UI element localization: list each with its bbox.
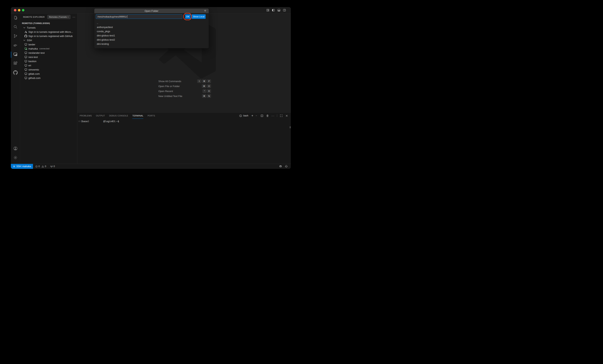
- vm-icon: [24, 43, 27, 46]
- run-debug-icon: [13, 43, 18, 48]
- settings-gear-icon: [13, 155, 18, 161]
- folder-path-input[interactable]: /nesi/nobackup/nesi99991/: [96, 14, 182, 19]
- vm-icon: [24, 51, 27, 54]
- tree-row[interactable]: gitlab.com: [20, 72, 77, 76]
- notifications-bell-icon[interactable]: [285, 165, 288, 168]
- eye-icon[interactable]: [204, 9, 207, 12]
- search-icon: [13, 24, 18, 30]
- azure-icon: [24, 30, 27, 33]
- close-panel-icon[interactable]: [285, 114, 288, 117]
- activity-bar-item[interactable]: [11, 144, 20, 153]
- panel: PROBLEMSOUTPUTDEBUG CONSOLETERMINALPORTS…: [77, 112, 291, 164]
- keybinding: ^R: [203, 89, 211, 93]
- keycap: ^: [203, 89, 206, 93]
- tree-row[interactable]: simvemto: [20, 68, 77, 72]
- tree-row[interactable]: mahuika connected: [20, 47, 77, 51]
- new-terminal-icon[interactable]: +: [251, 114, 254, 117]
- toggle-secondary-sidebar-icon[interactable]: [283, 9, 286, 12]
- sidebar-title: REMOTE EXPLORER: [23, 16, 45, 18]
- radio-tower-icon: [50, 165, 53, 168]
- tree-row[interactable]: Sign in to tunnels registered with GitHu…: [20, 34, 77, 38]
- folder-suggestion[interactable]: dini-globus-test2: [94, 37, 209, 42]
- activity-bar: [11, 13, 20, 164]
- conda-env: (base): [81, 120, 89, 123]
- tree-row[interactable]: Tunnels: [20, 25, 77, 30]
- terminal-dropdown-icon[interactable]: [255, 114, 258, 117]
- tree-row[interactable]: nesilander-test: [20, 51, 77, 55]
- activity-bar-item[interactable]: [11, 13, 20, 23]
- split-terminal-icon[interactable]: [260, 114, 263, 117]
- tree-row[interactable]: github.com: [20, 76, 77, 80]
- remotes-type-dropdown[interactable]: Remotes (Tunnels: [47, 15, 70, 19]
- activity-bar-item[interactable]: [11, 50, 20, 59]
- chevron-down-icon: [23, 39, 26, 42]
- problems-status[interactable]: 0 0: [35, 165, 46, 168]
- shortcut-row: Open File or Folder ⌘O: [158, 84, 211, 89]
- keybinding: ⌘N: [202, 94, 211, 98]
- copilot-icon[interactable]: [279, 165, 282, 168]
- panel-tab[interactable]: PORTS: [148, 113, 155, 119]
- dialog-titlebar: Open Folder: [94, 9, 209, 13]
- show-local-button[interactable]: Show Local: [192, 14, 206, 19]
- tree-row[interactable]: Sign in to tunnels registered with Micro…: [20, 30, 77, 34]
- panel-tab[interactable]: PROBLEMS: [80, 113, 92, 119]
- terminal-scrollbar[interactable]: [290, 126, 291, 128]
- activity-bar-item[interactable]: [11, 59, 20, 68]
- close-window-button[interactable]: [14, 9, 16, 12]
- minimize-window-button[interactable]: [18, 9, 20, 12]
- keycap: ⌘: [202, 84, 206, 88]
- folder-suggestion[interactable]: ..: [94, 21, 209, 25]
- extensions-icon: [13, 61, 18, 67]
- keybinding: ⌘O: [202, 84, 211, 88]
- tree-row[interactable]: lander: [20, 42, 77, 47]
- shortcut-row: New Untitled Text File ⌘N: [158, 94, 211, 99]
- folder-suggestion[interactable]: conda_pkgs: [94, 29, 209, 33]
- tree-row[interactable]: nesi-test: [20, 55, 77, 59]
- forwarded-ports-status[interactable]: 0: [50, 165, 55, 168]
- more-actions-icon[interactable]: ···: [72, 16, 75, 18]
- shortcut-row: Show All Commands ⇧⌘P: [158, 79, 211, 84]
- terminal-shell-icon: [239, 114, 242, 117]
- connection-status: connected: [39, 47, 49, 50]
- toggle-primary-sidebar-icon[interactable]: [272, 9, 275, 12]
- tree-row[interactable]: eri: [20, 63, 77, 68]
- activity-bar-item[interactable]: [11, 68, 20, 78]
- text-caret: [127, 15, 127, 18]
- panel-tab[interactable]: DEBUG CONSOLE: [109, 113, 128, 119]
- toggle-panel-icon[interactable]: [277, 9, 280, 12]
- remote-explorer-sidebar: REMOTE EXPLORER Remotes (Tunnels ··· REM…: [20, 13, 77, 164]
- dialog-body: /nesi/nobackup/nesi99991/ OK Show Local …: [94, 13, 209, 48]
- status-bar: SSH: mahuika 0 0 0: [11, 164, 291, 169]
- keybinding: ⇧⌘P: [197, 80, 211, 83]
- github-icon: [13, 70, 18, 76]
- remotes-tree: Tunnels Sign in to tunnels registered wi…: [20, 25, 77, 80]
- account-icon: [13, 146, 18, 152]
- activity-bar-item[interactable]: [11, 23, 20, 32]
- vm-icon: [24, 56, 27, 59]
- maximize-panel-icon[interactable]: [279, 114, 283, 117]
- keycap: ⌘: [202, 80, 206, 83]
- panel-tab[interactable]: OUTPUT: [96, 113, 105, 119]
- folder-suggestion[interactable]: dini-testing: [94, 42, 209, 46]
- vm-icon: [24, 68, 27, 71]
- remote-status-indicator[interactable]: SSH: mahuika: [11, 164, 33, 169]
- activity-bar-item[interactable]: [11, 41, 20, 50]
- activity-bar-item[interactable]: [11, 32, 20, 41]
- shortcut-row: Open Recent ^R: [158, 89, 211, 94]
- panel-tab[interactable]: TERMINAL: [132, 113, 143, 119]
- ok-button[interactable]: OK: [185, 14, 191, 19]
- source-control-icon: [13, 34, 18, 39]
- kill-terminal-icon[interactable]: [266, 114, 269, 117]
- terminal-viewport[interactable]: (base) @login03:~$: [77, 119, 291, 164]
- activity-bar-item[interactable]: [11, 153, 20, 163]
- customize-layout-icon[interactable]: [266, 9, 269, 12]
- vm-icon: [24, 60, 27, 63]
- vm-icon: [24, 64, 27, 67]
- zoom-window-button[interactable]: [22, 9, 24, 12]
- terminal-prompt-line: (base) @login03:~$: [77, 119, 291, 123]
- folder-suggestion[interactable]: dini-globus-test1: [94, 33, 209, 37]
- tree-row[interactable]: SSH: [20, 38, 77, 42]
- panel-more-actions-icon[interactable]: ···: [271, 114, 274, 117]
- tree-row[interactable]: bastion: [20, 59, 77, 63]
- folder-suggestion[interactable]: anthonyacltest: [94, 25, 209, 29]
